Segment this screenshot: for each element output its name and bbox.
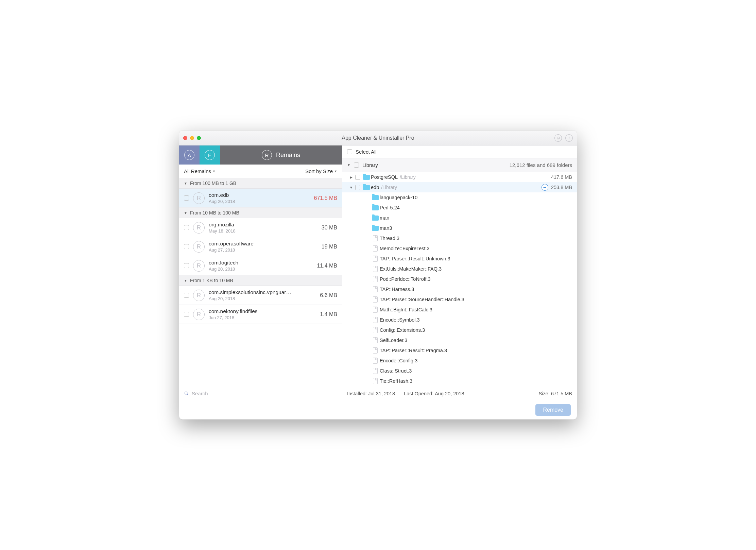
- filter-dropdown[interactable]: All Remains▼: [184, 168, 216, 174]
- disclosure-triangle-icon: ▼: [184, 211, 187, 215]
- tab-extensions[interactable]: E: [200, 145, 220, 165]
- item-checkbox[interactable]: [184, 293, 189, 298]
- row-name: Math::BigInt::FastCalc.3: [380, 307, 577, 312]
- tree-folder-row[interactable]: ▼edb/Library➦253.8 MB: [342, 182, 577, 192]
- footer: Remove: [179, 400, 577, 419]
- opened-value: Aug 20, 2018: [435, 391, 464, 396]
- tree-folder-row[interactable]: languagepack-10: [342, 192, 577, 203]
- remain-item[interactable]: Rcom.operasoftwareAug 27, 201819 MB: [179, 237, 342, 256]
- tree-file-row[interactable]: Encode::Config.3: [342, 356, 577, 366]
- item-name: com.edb: [209, 192, 310, 198]
- remain-item[interactable]: Rcom.logitechAug 20, 201811.4 MB: [179, 256, 342, 275]
- search-input[interactable]: [192, 391, 337, 396]
- item-name: org.mozilla: [209, 222, 317, 228]
- row-size: 253.8 MB: [551, 185, 577, 190]
- remain-icon: R: [193, 260, 205, 272]
- item-checkbox[interactable]: [184, 312, 189, 317]
- remains-icon: R: [262, 150, 272, 160]
- file-icon: [373, 296, 378, 303]
- sort-dropdown[interactable]: Sort by Size▼: [305, 168, 337, 174]
- tree-file-row[interactable]: TAP::Harness.3: [342, 284, 577, 294]
- item-date: Aug 20, 2018: [209, 199, 310, 204]
- remain-item[interactable]: Rcom.edbAug 20, 2018671.5 MB: [179, 189, 342, 208]
- folder-icon: [372, 216, 379, 221]
- remain-icon: R: [193, 290, 205, 301]
- disclosure-triangle-icon[interactable]: ▼: [349, 186, 353, 189]
- row-path: /Library: [381, 185, 397, 190]
- tree-file-row[interactable]: Encode::Symbol.3: [342, 315, 577, 325]
- file-icon: [373, 378, 378, 384]
- app-icon: A: [184, 150, 194, 160]
- tree-folder-row[interactable]: Perl-5.24: [342, 203, 577, 213]
- window-title: App Cleaner & Uninstaller Pro: [179, 135, 577, 141]
- installed-label: Installed:: [347, 391, 367, 396]
- remove-button[interactable]: Remove: [535, 404, 571, 416]
- feedback-button[interactable]: ☺: [554, 134, 562, 142]
- file-icon: [373, 286, 378, 292]
- category-tabs: A E R Remains: [179, 145, 342, 165]
- row-size: 417.6 MB: [551, 174, 577, 180]
- app-window: App Cleaner & Uninstaller Pro ☺ i A E R …: [179, 131, 577, 419]
- tab-applications[interactable]: A: [179, 145, 200, 165]
- tree-file-row[interactable]: SelfLoader.3: [342, 335, 577, 345]
- tree-file-row[interactable]: Tie::RefHash.3: [342, 376, 577, 386]
- row-name: TAP::Parser::SourceHandler::Handle.3: [380, 297, 577, 302]
- item-checkbox[interactable]: [184, 263, 189, 268]
- tree-file-row[interactable]: Class::Struct.3: [342, 366, 577, 376]
- file-icon: [373, 358, 378, 364]
- size-group-header[interactable]: ▼From 1 KB to 10 MB: [179, 275, 342, 286]
- item-checkbox[interactable]: [184, 225, 189, 230]
- installed-value: Jul 31, 2018: [368, 391, 395, 396]
- row-checkbox[interactable]: [355, 185, 360, 190]
- select-all-checkbox[interactable]: [347, 149, 352, 154]
- file-icon: [373, 327, 378, 333]
- tab-remains-label: Remains: [276, 152, 300, 159]
- size-group-header[interactable]: ▼From 10 MB to 100 MB: [179, 208, 342, 218]
- row-name: Encode::Config.3: [380, 358, 577, 363]
- row-name: TAP::Parser::Result::Unknown.3: [380, 256, 577, 261]
- row-name: man3: [380, 225, 577, 231]
- tree-file-row[interactable]: TAP::Parser::Result::Unknown.3: [342, 254, 577, 264]
- row-name: Thread.3: [380, 236, 577, 241]
- group-label: From 10 MB to 100 MB: [190, 210, 239, 216]
- tree-file-row[interactable]: Memoize::ExpireTest.3: [342, 243, 577, 254]
- info-button[interactable]: i: [565, 134, 573, 142]
- tree-file-row[interactable]: Config::Extensions.3: [342, 325, 577, 335]
- row-path: /Library: [400, 174, 416, 180]
- remain-item[interactable]: Rcom.simplexsolutionsinc.vpnguar…Aug 20,…: [179, 286, 342, 305]
- remain-item[interactable]: Rorg.mozillaMay 18, 201830 MB: [179, 218, 342, 237]
- item-checkbox[interactable]: [184, 244, 189, 249]
- tree-folder-row[interactable]: man: [342, 213, 577, 223]
- size-group-header[interactable]: ▼From 100 MB to 1 GB: [179, 178, 342, 189]
- remains-list[interactable]: ▼From 100 MB to 1 GBRcom.edbAug 20, 2018…: [179, 178, 342, 387]
- title-bar: App Cleaner & Uninstaller Pro ☺ i: [179, 131, 577, 145]
- item-checkbox[interactable]: [184, 195, 189, 201]
- item-size: 671.5 MB: [314, 195, 337, 201]
- tree-file-row[interactable]: TAP::Parser::Result::Pragma.3: [342, 345, 577, 356]
- tree-file-row[interactable]: Thread.3: [342, 233, 577, 243]
- tree-file-row[interactable]: Math::BigInt::FastCalc.3: [342, 305, 577, 315]
- file-icon: [373, 266, 378, 272]
- remain-item[interactable]: Rcom.nektony.findfilesJun 27, 20181.4 MB: [179, 305, 342, 324]
- library-header[interactable]: ▼ Library 12,612 files and 689 folders: [342, 158, 577, 172]
- tree-file-row[interactable]: ExtUtils::MakeMaker::FAQ.3: [342, 264, 577, 274]
- group-label: From 1 KB to 10 MB: [190, 278, 233, 283]
- file-tree[interactable]: ▶PostgreSQL/Library417.6 MB▼edb/Library➦…: [342, 172, 577, 387]
- tree-file-row[interactable]: Pod::Perldoc::ToNroff.3: [342, 274, 577, 284]
- tree-folder-row[interactable]: man3: [342, 223, 577, 233]
- item-size: 1.4 MB: [320, 311, 337, 317]
- reveal-button[interactable]: ➦: [542, 184, 548, 191]
- tab-remains[interactable]: R Remains: [220, 145, 342, 165]
- library-checkbox[interactable]: [354, 162, 359, 168]
- search-bar: [179, 387, 342, 400]
- tree-folder-row[interactable]: ▶PostgreSQL/Library417.6 MB: [342, 172, 577, 182]
- row-name: man: [380, 215, 577, 221]
- disclosure-triangle-icon[interactable]: ▼: [347, 163, 350, 167]
- tree-file-row[interactable]: TAP::Parser::SourceHandler::Handle.3: [342, 294, 577, 305]
- disclosure-triangle-icon[interactable]: ▶: [349, 175, 353, 179]
- item-date: Jun 27, 2018: [209, 315, 316, 320]
- select-all-row: Select All: [342, 145, 577, 158]
- library-label: Library: [362, 162, 378, 168]
- item-date: Aug 20, 2018: [209, 296, 316, 301]
- row-checkbox[interactable]: [355, 175, 360, 180]
